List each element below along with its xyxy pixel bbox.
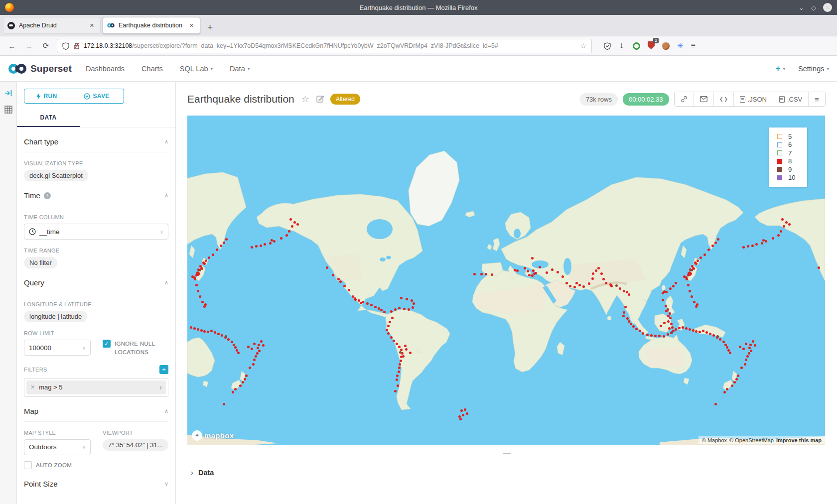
deckgl-map[interactable]: 5678910 ✦ mapbox © Mapbox © OpenStreetMa… — [187, 116, 825, 445]
attribution-osm-link[interactable]: © OpenStreetMap — [729, 437, 774, 443]
earthquake-dot — [712, 334, 715, 337]
url-text: 172.18.0.3:32108/superset/explore/?form_… — [84, 42, 576, 49]
section-header[interactable]: Map∧ — [24, 407, 168, 422]
checkbox-checked-icon[interactable]: ✓ — [103, 340, 111, 348]
favorite-star-icon[interactable]: ☆ — [301, 95, 309, 104]
earthquake-dot — [343, 285, 346, 287]
menu-icon[interactable]: ≡ — [691, 42, 696, 50]
tab-close-icon[interactable]: ✕ — [88, 21, 96, 30]
window-close-button[interactable]: ✕ — [823, 3, 832, 12]
earthquake-dot — [264, 243, 266, 246]
earthquake-dot — [527, 270, 529, 272]
lonlat-value[interactable]: longitude | latitude — [24, 311, 87, 322]
remove-filter-icon[interactable]: ✕ — [30, 384, 35, 390]
legend-item-6[interactable]: 6 — [777, 141, 807, 149]
settings-menu[interactable]: Settings▾ — [798, 65, 829, 73]
data-panel-toggle[interactable]: › Data — [176, 460, 837, 477]
insecure-lock-icon[interactable] — [73, 42, 80, 50]
export-json-button[interactable]: .JSON — [734, 92, 773, 106]
checkbox-unchecked-icon[interactable] — [24, 461, 32, 469]
resize-handle[interactable] — [503, 452, 511, 454]
viz-type-value[interactable]: deck.gl Scatterplot — [24, 170, 88, 181]
map-legend[interactable]: 5678910 — [769, 127, 807, 187]
row-limit-select[interactable]: 100000 ∨ — [24, 340, 91, 356]
window-maximize-button[interactable]: ◇ — [811, 4, 816, 11]
section-header[interactable]: Chart type∧ — [24, 137, 168, 152]
legend-item-10[interactable]: 10 — [777, 174, 807, 182]
map-attribution: © Mapbox © OpenStreetMap Improve this ma… — [698, 436, 825, 444]
tab-data[interactable]: DATA — [17, 110, 80, 127]
tab-earthquake-distribution[interactable]: Earthquake distribution ✕ — [103, 17, 200, 34]
earthquake-dot — [204, 303, 207, 306]
tab-close-icon[interactable]: ✕ — [187, 21, 196, 30]
url-field[interactable]: 172.18.0.3:32108/superset/explore/?form_… — [57, 39, 592, 53]
earthquake-dot — [514, 269, 516, 271]
earthquake-dot — [205, 259, 207, 262]
save-button[interactable]: SAVE — [69, 89, 124, 104]
nav-dashboards[interactable]: Dashboards — [86, 65, 125, 73]
back-icon[interactable]: ← — [6, 42, 18, 50]
viewport-value[interactable]: 7° 35' 54.02" | 31... — [103, 439, 168, 451]
export-csv-button[interactable]: .CSV — [773, 92, 809, 106]
superset-logo[interactable]: Superset — [8, 63, 72, 74]
bookmark-star-icon[interactable]: ☆ — [580, 42, 586, 50]
earthquake-dot — [761, 242, 763, 245]
earthquake-dot — [390, 310, 393, 313]
earthquake-dot — [197, 328, 199, 331]
time-column-select[interactable]: __time ∨ — [24, 224, 168, 240]
legend-item-5[interactable]: 5 — [777, 132, 807, 141]
collapse-panel-icon[interactable] — [4, 90, 12, 97]
map-style-select[interactable]: Outdoors ∨ — [24, 439, 91, 455]
attribution-mapbox-link[interactable]: © Mapbox — [702, 437, 727, 443]
dataset-grid-icon[interactable] — [4, 106, 12, 114]
edit-title-icon[interactable] — [316, 95, 324, 104]
ublock-icon[interactable]: 2 — [648, 41, 655, 50]
pocket-shield-icon[interactable] — [604, 42, 611, 50]
cookie-extension-icon[interactable] — [662, 42, 670, 50]
extension-asterisk-icon[interactable]: ✳ — [677, 41, 684, 50]
downloads-icon[interactable]: ⭳ — [618, 42, 625, 49]
extension-green-icon[interactable] — [633, 42, 640, 50]
email-button[interactable] — [694, 92, 714, 106]
legend-item-7[interactable]: 7 — [777, 149, 807, 157]
chart-menu-button[interactable]: ≡ — [809, 92, 825, 106]
earthquake-dot — [403, 308, 406, 310]
run-button[interactable]: RUN — [24, 89, 69, 104]
copy-link-button[interactable] — [675, 92, 694, 106]
auto-zoom-checkbox[interactable]: AUTO ZOOM — [24, 461, 91, 470]
section-header[interactable]: Time i ∧ — [24, 191, 168, 206]
time-range-value[interactable]: No filter — [24, 257, 57, 268]
legend-item-9[interactable]: 9 — [777, 165, 807, 174]
nav-charts[interactable]: Charts — [141, 65, 163, 73]
nav-data[interactable]: Data▾ — [230, 65, 250, 73]
attribution-improve-link[interactable]: Improve this map — [776, 437, 822, 443]
section-header[interactable]: Point Size∨ — [24, 480, 168, 494]
chevron-right-icon[interactable]: › — [159, 383, 162, 392]
new-tab-button[interactable]: + — [202, 22, 218, 36]
earthquake-dot — [400, 360, 402, 362]
earthquake-dot — [485, 273, 487, 275]
reload-icon[interactable]: ⟳ — [40, 41, 52, 50]
earthquake-dot — [575, 282, 578, 284]
earthquake-dot — [747, 245, 749, 248]
mapbox-logo[interactable]: ✦ mapbox — [192, 430, 234, 441]
forward-icon[interactable]: → — [23, 42, 35, 50]
filter-chip[interactable]: ✕ mag > 5 › — [26, 380, 166, 394]
new-item-button[interactable]: +▾ — [776, 64, 785, 74]
legend-item-8[interactable]: 8 — [777, 157, 807, 166]
earthquake-dot — [225, 335, 227, 338]
nav-sql-lab[interactable]: SQL Lab▾ — [180, 65, 213, 73]
earthquake-dot — [670, 323, 673, 325]
earthquake-dot — [783, 225, 785, 228]
earthquake-dot — [245, 375, 248, 377]
window-minimize-button[interactable]: ⌄ — [799, 4, 804, 11]
add-filter-button[interactable]: + — [159, 365, 168, 374]
tracking-shield-icon[interactable] — [62, 42, 69, 50]
tab-apache-druid[interactable]: Apache Druid ✕ — [3, 17, 101, 34]
earthquake-dot — [404, 345, 407, 347]
section-header[interactable]: Query∧ — [24, 278, 168, 293]
earthquake-dot — [339, 280, 342, 283]
ignore-null-checkbox[interactable]: ✓ IGNORE NULL LOCATIONS — [103, 340, 168, 357]
earthquake-dot — [210, 330, 213, 332]
embed-code-button[interactable] — [714, 92, 734, 106]
